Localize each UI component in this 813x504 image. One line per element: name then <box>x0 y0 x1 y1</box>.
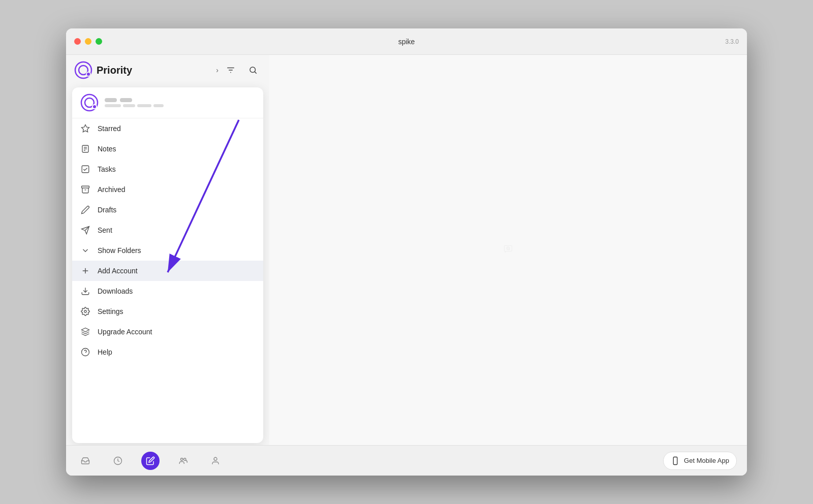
account-avatar <box>80 93 99 112</box>
drafts-label: Drafts <box>98 206 116 214</box>
sidebar-item-drafts[interactable]: Drafts <box>72 200 263 220</box>
upgrade-label: Upgrade Account <box>98 328 152 336</box>
sidebar-item-starred[interactable]: Starred <box>72 118 263 139</box>
sidebar-item-settings[interactable]: Settings <box>72 301 263 322</box>
svg-rect-16 <box>82 186 89 188</box>
toolbar-contacts[interactable] <box>206 452 225 470</box>
help-icon <box>80 347 90 357</box>
star-icon <box>80 123 90 134</box>
toolbar-icons <box>76 452 225 470</box>
sidebar-item-help[interactable]: Help <box>72 342 263 362</box>
center-watermark <box>504 244 513 256</box>
priority-title: Priority <box>97 65 211 76</box>
sidebar-header: Priority › <box>66 55 269 85</box>
filter-button[interactable] <box>223 62 239 78</box>
minimize-button[interactable] <box>85 38 91 45</box>
svg-rect-35 <box>673 457 677 464</box>
settings-label: Settings <box>98 307 123 316</box>
priority-chevron: › <box>216 66 218 74</box>
center-panel <box>269 55 747 445</box>
sidebar-item-notes[interactable]: Notes <box>72 139 263 159</box>
toolbar-groups[interactable] <box>174 452 192 470</box>
sidebar-item-downloads[interactable]: Downloads <box>72 281 263 301</box>
tasks-label: Tasks <box>98 165 116 173</box>
svg-line-5 <box>255 72 256 73</box>
archived-icon <box>80 184 90 195</box>
toolbar-recents[interactable] <box>109 452 127 470</box>
sidebar-item-tasks[interactable]: Tasks <box>72 159 263 179</box>
sidebar-item-upgrade[interactable]: Upgrade Account <box>72 322 263 342</box>
notes-icon <box>80 144 90 154</box>
maximize-button[interactable] <box>96 38 102 45</box>
upgrade-icon <box>80 327 90 337</box>
svg-point-34 <box>214 457 217 460</box>
app-title: spike <box>398 38 415 46</box>
help-label: Help <box>98 348 112 356</box>
close-button[interactable] <box>74 38 81 45</box>
svg-point-9 <box>93 105 96 108</box>
mobile-icon <box>671 456 680 465</box>
sidebar-item-sent[interactable]: Sent <box>72 220 263 240</box>
account-info <box>105 98 164 107</box>
add-account-icon <box>80 266 90 276</box>
titlebar: spike 3.3.0 <box>66 28 747 55</box>
get-mobile-label: Get Mobile App <box>684 457 729 464</box>
add-account-label: Add Account <box>98 267 138 275</box>
version-label: 3.3.0 <box>725 38 739 45</box>
search-button[interactable] <box>245 62 261 78</box>
svg-point-28 <box>507 247 509 249</box>
show-folders-icon <box>80 245 90 256</box>
account-row[interactable] <box>72 87 263 118</box>
toolbar-compose[interactable] <box>141 452 160 470</box>
svg-point-24 <box>82 349 89 356</box>
main-content: Priority › <box>66 55 747 445</box>
drafts-icon <box>80 205 90 215</box>
sent-icon <box>80 225 90 235</box>
header-actions <box>223 62 261 78</box>
sidebar-item-add-account[interactable]: Add Account <box>72 261 263 281</box>
archived-label: Archived <box>98 185 125 194</box>
downloads-label: Downloads <box>98 287 133 295</box>
starred-label: Starred <box>98 124 121 133</box>
downloads-icon <box>80 286 90 296</box>
show-folders-label: Show Folders <box>98 246 141 255</box>
svg-point-23 <box>84 310 87 313</box>
sidebar: Priority › <box>66 55 269 445</box>
notes-label: Notes <box>98 145 116 153</box>
toolbar-inbox[interactable] <box>76 452 95 470</box>
svg-point-30 <box>509 249 510 250</box>
dropdown-menu: Starred Notes <box>72 87 263 443</box>
svg-point-3 <box>87 73 90 76</box>
svg-point-4 <box>250 67 256 73</box>
sidebar-item-show-folders[interactable]: Show Folders <box>72 240 263 261</box>
svg-rect-15 <box>82 166 89 173</box>
sidebar-item-archived[interactable]: Archived <box>72 179 263 200</box>
account-email <box>105 104 164 107</box>
bottom-toolbar: Get Mobile App <box>66 445 747 476</box>
svg-point-33 <box>184 458 186 460</box>
sent-label: Sent <box>98 226 112 234</box>
traffic-lights <box>74 38 102 45</box>
get-mobile-button[interactable]: Get Mobile App <box>663 452 737 470</box>
svg-marker-10 <box>82 125 89 132</box>
settings-icon <box>80 306 90 317</box>
tasks-icon <box>80 164 90 174</box>
spike-logo <box>74 61 92 79</box>
svg-point-32 <box>181 458 183 460</box>
